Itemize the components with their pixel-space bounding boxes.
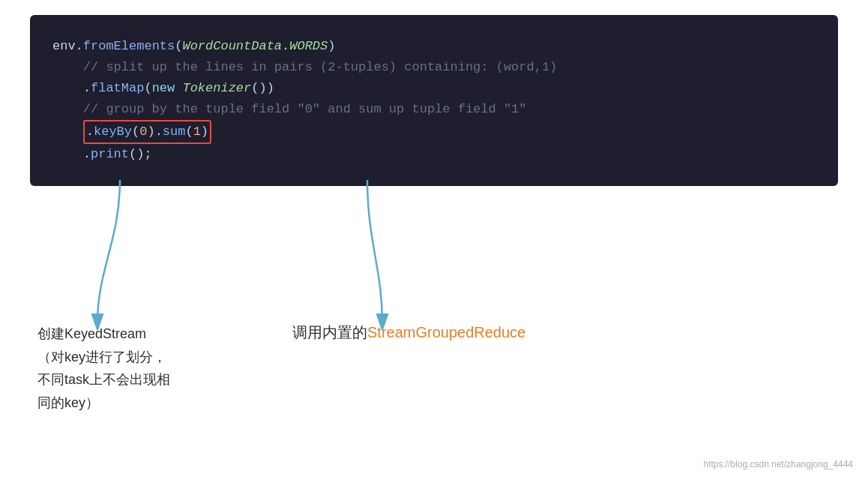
code-block: env.fromElements(WordCountData.WORDS) //… (30, 15, 838, 186)
code-line-6: .print(); (52, 144, 816, 165)
code-line-2: // split up the lines in pairs (2-tuples… (52, 57, 816, 78)
code-line-4: // group by the tuple field "0" and sum … (52, 99, 816, 120)
code-line-3: .flatMap(new Tokenizer()) (52, 78, 816, 99)
label-right-highlight: StreamGroupedReduce (367, 324, 525, 340)
label-left-line4: 同的key） (37, 392, 170, 415)
label-left-line2: （对key进行了划分， (37, 346, 170, 369)
label-left-line3: 不同task上不会出现相 (37, 368, 170, 392)
label-right: 调用内置的StreamGroupedReduce (292, 322, 525, 343)
label-left-line1: 创建KeyedStream (37, 322, 170, 346)
keyby-sum-highlight: .keyBy(0).sum(1) (83, 120, 211, 144)
arrow-left (75, 180, 165, 330)
label-right-text: 调用内置的 (292, 324, 367, 340)
code-line-5: .keyBy(0).sum(1) (52, 120, 816, 144)
code-line-1: env.fromElements(WordCountData.WORDS) (52, 36, 816, 57)
watermark: https://blog.csdn.net/zhangjong_4444 (704, 459, 854, 470)
arrow-right (322, 180, 412, 330)
label-left: 创建KeyedStream （对key进行了划分， 不同task上不会出现相 同… (37, 322, 170, 414)
